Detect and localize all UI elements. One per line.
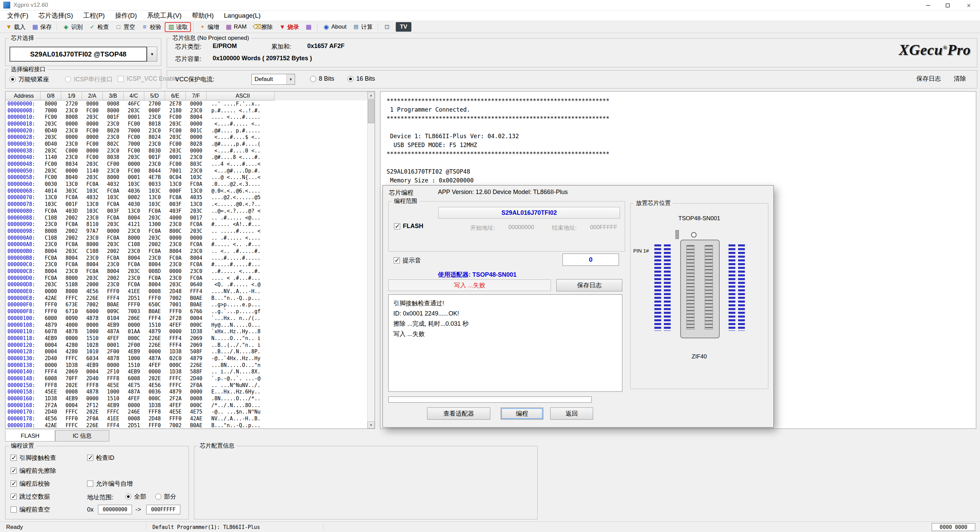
- hex-cell[interactable]: FC0A: [165, 255, 186, 261]
- hex-cell[interactable]: 0000: [40, 288, 61, 295]
- hex-cell[interactable]: 203C: [144, 215, 165, 221]
- hex-cell[interactable]: 4030: [124, 201, 144, 207]
- checkbox-beep[interactable]: 提示音: [394, 256, 421, 264]
- hex-cell[interactable]: 1510: [82, 335, 103, 341]
- hex-cell[interactable]: 203C: [165, 282, 186, 288]
- hex-cell[interactable]: FC00: [124, 134, 144, 140]
- hex-cell[interactable]: FFF4: [165, 335, 186, 341]
- hex-cell[interactable]: 23C0: [61, 108, 82, 114]
- hex-cell[interactable]: FC0A: [103, 235, 124, 241]
- hex-scrollbar[interactable]: ▲ ▼: [367, 92, 375, 428]
- hex-cell[interactable]: 4EB9: [124, 349, 144, 355]
- hex-cell[interactable]: 42AE: [40, 422, 61, 428]
- hex-cell[interactable]: 0000: [124, 402, 144, 408]
- hex-cell[interactable]: 4000: [61, 322, 82, 328]
- hex-cell[interactable]: 0000: [61, 335, 82, 341]
- hex-cell[interactable]: 0030: [40, 181, 61, 187]
- hex-cell[interactable]: 4035: [186, 194, 207, 201]
- hex-cell[interactable]: B0AE: [103, 301, 124, 308]
- radio-16bits[interactable]: 16 Bits: [347, 75, 375, 82]
- hex-cell[interactable]: 1D38: [144, 402, 165, 408]
- hex-cell[interactable]: 0000: [186, 148, 207, 154]
- hex-cell[interactable]: 4878: [61, 328, 82, 334]
- hex-cell[interactable]: FFF0: [144, 295, 165, 301]
- hex-cell[interactable]: 6008: [40, 376, 61, 382]
- hex-cell[interactable]: 1510: [144, 322, 165, 328]
- hex-cell[interactable]: FFF0: [165, 416, 186, 422]
- hex-cell[interactable]: 487A: [124, 389, 144, 395]
- hex-cell[interactable]: 8028: [186, 141, 207, 147]
- hex-cell[interactable]: 4121: [124, 221, 144, 227]
- hex-cell[interactable]: 4E75: [186, 409, 207, 415]
- hex-cell[interactable]: 001F: [61, 201, 82, 207]
- hex-cell[interactable]: 1D38: [61, 362, 82, 368]
- hex-cell[interactable]: 000C: [144, 395, 165, 401]
- hex-cell[interactable]: 23C0: [124, 228, 144, 234]
- erase-button[interactable]: ⌫擦除: [250, 22, 275, 32]
- hex-ascii[interactable]: .. .....#..... <: [207, 228, 275, 234]
- hex-cell[interactable]: 2F2A: [165, 395, 186, 401]
- hex-ascii[interactable]: .. <.. .#.....#.: [207, 248, 275, 254]
- program-button[interactable]: ▼烧录: [276, 22, 302, 32]
- hex-cell[interactable]: 0000: [82, 121, 103, 127]
- hex-cell[interactable]: 206E: [124, 315, 144, 321]
- hex-cell[interactable]: FC0A: [144, 228, 165, 234]
- hex-cell[interactable]: 0C04: [165, 174, 186, 180]
- hex-cell[interactable]: FFF4: [103, 295, 124, 301]
- minimize-button[interactable]: [918, 0, 938, 11]
- hex-ascii[interactable]: .. i../.N....8X.: [207, 369, 275, 375]
- hex-cell[interactable]: 6766: [186, 308, 207, 314]
- hex-cell[interactable]: 000F: [144, 108, 165, 114]
- hex-ascii[interactable]: .<......@0.<.?..: [207, 201, 275, 207]
- hex-cell[interactable]: FC00: [82, 141, 103, 147]
- hex-cell[interactable]: 202E: [61, 382, 82, 389]
- hex-cell[interactable]: 2180: [165, 108, 186, 114]
- hex-cell[interactable]: FFF0: [40, 308, 61, 314]
- menu-item[interactable]: 文件(F): [2, 11, 33, 21]
- hex-cell[interactable]: 1300: [144, 221, 165, 227]
- hex-cell[interactable]: 0001: [124, 174, 144, 180]
- hex-cell[interactable]: 1028: [82, 342, 103, 348]
- hex-cell[interactable]: 13C0: [61, 181, 82, 187]
- hex-cell[interactable]: 4FEF: [165, 322, 186, 328]
- hex-cell[interactable]: FFF4: [144, 315, 165, 321]
- hex-cell[interactable]: B0AE: [186, 422, 207, 428]
- hex-cell[interactable]: 0000: [82, 395, 103, 401]
- hex-cell[interactable]: FFF8: [103, 376, 124, 382]
- hex-cell[interactable]: 4E7B: [144, 174, 165, 180]
- hex-cell[interactable]: 23C0: [103, 134, 124, 140]
- hex-cell[interactable]: 203C: [82, 174, 103, 180]
- hex-cell[interactable]: 0000: [40, 362, 61, 368]
- hex-cell[interactable]: FC00: [124, 168, 144, 174]
- hex-cell[interactable]: 42AE: [186, 416, 207, 422]
- hex-ascii[interactable]: ..' ....F.'..x..: [207, 101, 275, 107]
- hex-cell[interactable]: FC0A: [186, 261, 207, 268]
- hex-cell[interactable]: 0000: [82, 101, 103, 107]
- hex-cell[interactable]: 23C0: [186, 108, 207, 114]
- program-start-button[interactable]: 编程: [501, 408, 543, 420]
- hex-cell[interactable]: FC0A: [82, 268, 103, 274]
- hex-cell[interactable]: 2700: [144, 101, 165, 107]
- hex-cell[interactable]: 226E: [144, 342, 165, 348]
- hex-cell[interactable]: 0000: [124, 161, 144, 167]
- hex-cell[interactable]: 202E: [144, 376, 165, 382]
- hex-ascii[interactable]: <....#..... <..: [207, 121, 275, 127]
- hex-cell[interactable]: 2D51: [124, 295, 144, 301]
- hex-cell[interactable]: 4FEF: [144, 362, 165, 368]
- hex-cell[interactable]: FC0A: [186, 221, 207, 227]
- hex-cell[interactable]: 226E: [144, 335, 165, 341]
- hex-cell[interactable]: 4EB9: [82, 362, 103, 368]
- hex-cell[interactable]: FC0A: [124, 261, 144, 268]
- hex-cell[interactable]: FC00: [124, 121, 144, 127]
- menu-item[interactable]: Language(L): [219, 11, 266, 21]
- hex-cell[interactable]: 103C: [82, 208, 103, 214]
- hex-cell[interactable]: 4EB9: [103, 322, 124, 328]
- menu-item[interactable]: 芯片选择(S): [33, 11, 78, 21]
- hex-cell[interactable]: C108: [40, 215, 61, 221]
- tab-ic-info[interactable]: IC 信息: [55, 430, 109, 441]
- hex-cell[interactable]: FFF0: [144, 422, 165, 428]
- hex-cell[interactable]: 000F: [165, 188, 186, 194]
- hex-cell[interactable]: 103C: [144, 188, 165, 194]
- hex-cell[interactable]: 23C0: [165, 241, 186, 247]
- hex-cell[interactable]: 23C0: [124, 248, 144, 254]
